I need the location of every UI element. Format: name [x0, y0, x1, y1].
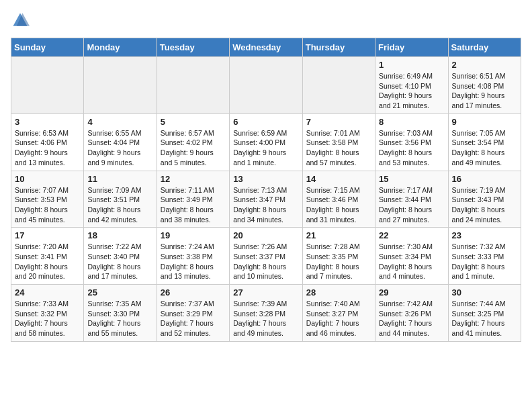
weekday-header-row: SundayMondayTuesdayWednesdayThursdayFrid…: [11, 38, 521, 57]
day-info: Sunrise: 7:39 AMSunset: 3:28 PMDaylight:…: [233, 299, 298, 338]
day-info: Sunrise: 7:32 AMSunset: 3:33 PMDaylight:…: [452, 242, 517, 281]
calendar-cell: 16Sunrise: 7:19 AMSunset: 3:43 PMDayligh…: [448, 171, 521, 228]
calendar-cell: 1Sunrise: 6:49 AMSunset: 4:10 PMDaylight…: [375, 57, 448, 114]
calendar-cell: 22Sunrise: 7:30 AMSunset: 3:34 PMDayligh…: [375, 228, 448, 285]
day-number: 25: [87, 287, 152, 298]
day-info: Sunrise: 6:55 AMSunset: 4:04 PMDaylight:…: [87, 128, 152, 168]
day-number: 15: [379, 174, 444, 184]
day-number: 2: [452, 60, 517, 70]
day-number: 22: [379, 230, 444, 240]
weekday-header-tuesday: Tuesday: [157, 38, 229, 57]
calendar-cell: 8Sunrise: 7:03 AMSunset: 3:56 PMDaylight…: [375, 113, 448, 171]
page: SundayMondayTuesdayWednesdayThursdayFrid…: [0, 0, 532, 353]
day-number: 7: [306, 117, 371, 127]
day-info: Sunrise: 7:37 AMSunset: 3:29 PMDaylight:…: [161, 299, 226, 338]
calendar-cell: [84, 57, 157, 114]
day-info: Sunrise: 7:24 AMSunset: 3:38 PMDaylight:…: [161, 242, 226, 281]
calendar-cell: 11Sunrise: 7:09 AMSunset: 3:51 PMDayligh…: [84, 171, 157, 228]
day-number: 9: [452, 117, 517, 127]
day-number: 14: [306, 174, 371, 184]
day-number: 13: [233, 174, 298, 184]
calendar-cell: [230, 57, 302, 114]
day-info: Sunrise: 7:26 AMSunset: 3:37 PMDaylight:…: [233, 242, 298, 281]
day-number: 20: [233, 230, 298, 240]
day-number: 23: [452, 230, 517, 240]
calendar-cell: 7Sunrise: 7:01 AMSunset: 3:58 PMDaylight…: [302, 113, 375, 171]
day-info: Sunrise: 7:01 AMSunset: 3:58 PMDaylight:…: [306, 128, 371, 168]
day-info: Sunrise: 7:35 AMSunset: 3:30 PMDaylight:…: [87, 299, 152, 338]
calendar-week-row: 1Sunrise: 6:49 AMSunset: 4:10 PMDaylight…: [11, 57, 521, 114]
weekday-header-thursday: Thursday: [302, 38, 375, 57]
calendar-cell: 18Sunrise: 7:22 AMSunset: 3:40 PMDayligh…: [84, 228, 157, 285]
day-number: 24: [15, 287, 80, 298]
day-number: 18: [87, 230, 152, 240]
day-number: 19: [161, 230, 226, 240]
weekday-header-sunday: Sunday: [11, 38, 84, 57]
calendar-cell: [11, 57, 84, 114]
calendar-cell: 15Sunrise: 7:17 AMSunset: 3:44 PMDayligh…: [375, 171, 448, 228]
day-info: Sunrise: 7:15 AMSunset: 3:46 PMDaylight:…: [306, 185, 371, 225]
calendar-cell: 17Sunrise: 7:20 AMSunset: 3:41 PMDayligh…: [11, 228, 84, 285]
day-number: 30: [452, 287, 517, 298]
calendar-cell: 26Sunrise: 7:37 AMSunset: 3:29 PMDayligh…: [157, 285, 229, 342]
day-info: Sunrise: 7:05 AMSunset: 3:54 PMDaylight:…: [452, 128, 517, 168]
calendar-cell: 10Sunrise: 7:07 AMSunset: 3:53 PMDayligh…: [11, 171, 84, 228]
day-number: 11: [87, 174, 152, 184]
calendar-cell: 19Sunrise: 7:24 AMSunset: 3:38 PMDayligh…: [157, 228, 229, 285]
day-number: 21: [306, 230, 371, 240]
calendar-cell: 28Sunrise: 7:40 AMSunset: 3:27 PMDayligh…: [302, 285, 375, 342]
weekday-header-wednesday: Wednesday: [230, 38, 302, 57]
day-number: 5: [161, 117, 226, 127]
calendar-cell: 2Sunrise: 6:51 AMSunset: 4:08 PMDaylight…: [448, 57, 521, 114]
logo: [11, 11, 32, 30]
calendar-cell: 30Sunrise: 7:44 AMSunset: 3:25 PMDayligh…: [448, 285, 521, 342]
day-info: Sunrise: 7:40 AMSunset: 3:27 PMDaylight:…: [306, 299, 371, 338]
day-info: Sunrise: 7:42 AMSunset: 3:26 PMDaylight:…: [379, 299, 444, 338]
calendar-cell: 23Sunrise: 7:32 AMSunset: 3:33 PMDayligh…: [448, 228, 521, 285]
weekday-header-friday: Friday: [375, 38, 448, 57]
day-info: Sunrise: 6:49 AMSunset: 4:10 PMDaylight:…: [379, 71, 444, 111]
calendar-week-row: 17Sunrise: 7:20 AMSunset: 3:41 PMDayligh…: [11, 228, 521, 285]
calendar-cell: 20Sunrise: 7:26 AMSunset: 3:37 PMDayligh…: [230, 228, 302, 285]
day-number: 8: [379, 117, 444, 127]
day-info: Sunrise: 7:19 AMSunset: 3:43 PMDaylight:…: [452, 185, 517, 225]
day-info: Sunrise: 6:53 AMSunset: 4:06 PMDaylight:…: [15, 128, 80, 168]
day-number: 27: [233, 287, 298, 298]
calendar-cell: 27Sunrise: 7:39 AMSunset: 3:28 PMDayligh…: [230, 285, 302, 342]
calendar-cell: 29Sunrise: 7:42 AMSunset: 3:26 PMDayligh…: [375, 285, 448, 342]
calendar-week-row: 3Sunrise: 6:53 AMSunset: 4:06 PMDaylight…: [11, 113, 521, 171]
day-info: Sunrise: 6:59 AMSunset: 4:00 PMDaylight:…: [233, 128, 298, 168]
day-number: 12: [161, 174, 226, 184]
calendar-cell: 3Sunrise: 6:53 AMSunset: 4:06 PMDaylight…: [11, 113, 84, 171]
calendar-cell: 14Sunrise: 7:15 AMSunset: 3:46 PMDayligh…: [302, 171, 375, 228]
calendar-cell: [157, 57, 229, 114]
day-info: Sunrise: 7:30 AMSunset: 3:34 PMDaylight:…: [379, 242, 444, 281]
day-info: Sunrise: 6:57 AMSunset: 4:02 PMDaylight:…: [161, 128, 226, 168]
day-number: 29: [379, 287, 444, 298]
day-info: Sunrise: 7:22 AMSunset: 3:40 PMDaylight:…: [87, 242, 152, 281]
calendar-cell: [302, 57, 375, 114]
calendar-cell: 5Sunrise: 6:57 AMSunset: 4:02 PMDaylight…: [157, 113, 229, 171]
weekday-header-saturday: Saturday: [448, 38, 521, 57]
day-info: Sunrise: 7:07 AMSunset: 3:53 PMDaylight:…: [15, 185, 80, 225]
logo-icon: [11, 11, 30, 30]
day-number: 3: [15, 117, 80, 127]
day-info: Sunrise: 7:03 AMSunset: 3:56 PMDaylight:…: [379, 128, 444, 168]
calendar-cell: 4Sunrise: 6:55 AMSunset: 4:04 PMDaylight…: [84, 113, 157, 171]
weekday-header-monday: Monday: [84, 38, 157, 57]
calendar-week-row: 10Sunrise: 7:07 AMSunset: 3:53 PMDayligh…: [11, 171, 521, 228]
calendar-cell: 21Sunrise: 7:28 AMSunset: 3:35 PMDayligh…: [302, 228, 375, 285]
calendar: SundayMondayTuesdayWednesdayThursdayFrid…: [11, 38, 521, 342]
day-number: 10: [15, 174, 80, 184]
day-info: Sunrise: 7:44 AMSunset: 3:25 PMDaylight:…: [452, 299, 517, 338]
calendar-cell: 13Sunrise: 7:13 AMSunset: 3:47 PMDayligh…: [230, 171, 302, 228]
day-number: 6: [233, 117, 298, 127]
day-number: 16: [452, 174, 517, 184]
calendar-cell: 25Sunrise: 7:35 AMSunset: 3:30 PMDayligh…: [84, 285, 157, 342]
day-info: Sunrise: 7:33 AMSunset: 3:32 PMDaylight:…: [15, 299, 80, 338]
day-info: Sunrise: 7:13 AMSunset: 3:47 PMDaylight:…: [233, 185, 298, 225]
calendar-cell: 12Sunrise: 7:11 AMSunset: 3:49 PMDayligh…: [157, 171, 229, 228]
day-info: Sunrise: 6:51 AMSunset: 4:08 PMDaylight:…: [452, 71, 517, 111]
day-info: Sunrise: 7:28 AMSunset: 3:35 PMDaylight:…: [306, 242, 371, 281]
day-info: Sunrise: 7:20 AMSunset: 3:41 PMDaylight:…: [15, 242, 80, 281]
